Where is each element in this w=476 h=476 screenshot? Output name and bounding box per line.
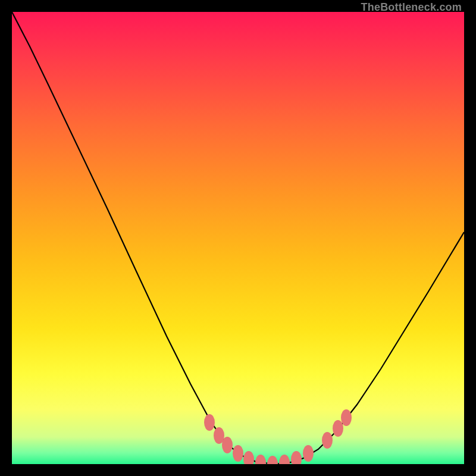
chart-frame: TheBottleneck.com <box>12 12 464 464</box>
optimal-zone-markers-group <box>204 409 352 464</box>
marker-dot <box>243 451 254 464</box>
marker-dot <box>341 409 352 426</box>
chart-svg <box>12 12 464 464</box>
marker-dot <box>333 420 343 437</box>
marker-dot <box>322 432 333 449</box>
bottleneck-curve-path <box>12 12 464 464</box>
marker-dot <box>233 445 243 462</box>
marker-dot <box>255 455 266 464</box>
marker-dot <box>279 455 290 464</box>
marker-dot <box>303 445 314 462</box>
marker-dot <box>267 456 278 464</box>
marker-dot <box>204 414 215 431</box>
marker-dot <box>291 451 302 464</box>
marker-dot <box>222 437 233 453</box>
